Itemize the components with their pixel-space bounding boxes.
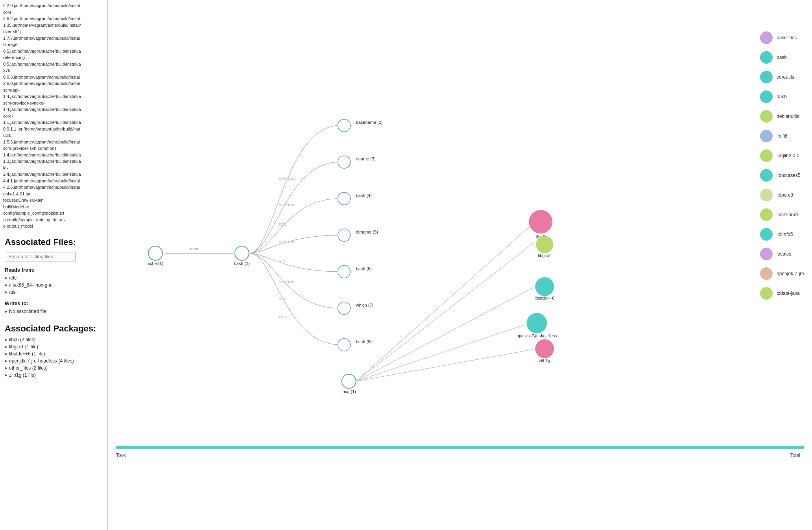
legend-item: libselinux1 [760, 208, 804, 221]
node-uname3[interactable] [338, 156, 351, 168]
edge-label-6: fork+exec [279, 280, 297, 284]
packages-list: libc6 (2 files)libgcc1 (1 file)libstdc++… [0, 336, 107, 379]
legend-label: bash [777, 55, 787, 60]
package-item[interactable]: libc6 (2 files) [5, 336, 103, 343]
node-basename2-label: basename (2) [356, 120, 383, 125]
legend-label: libffi6 [777, 133, 788, 139]
legend-circle [760, 31, 773, 44]
legend-label: openjdk-7-jre [777, 271, 804, 276]
sidebar-top-text: 2.2.0.jar:/home/vagrant/ache/build/insta… [0, 0, 107, 232]
process-graph: exec fork+exec fork+exec fork fork+exec … [108, 0, 812, 530]
associated-packages-title: Associated Packages: [0, 319, 107, 336]
legend-circle [760, 149, 773, 162]
bottom-label-took: Took [116, 453, 126, 458]
legend-circle [760, 71, 773, 83]
legend-item: libpcre3 [760, 189, 804, 201]
node-openjdk-label: openjdk-7-jre-headless [517, 334, 557, 338]
reads-from-item[interactable]: /etc [5, 274, 103, 282]
legend-circle [760, 287, 773, 300]
package-item[interactable]: openjdk-7-jre-headless (4 files) [5, 357, 103, 364]
legend-label: dash [777, 94, 787, 99]
legend-label: tzdata-java [777, 291, 800, 296]
legend-item: libglib2.0-0 [760, 149, 804, 162]
sidebar: 2.2.0.jar:/home/vagrant/ache/build/insta… [0, 0, 108, 530]
legend-label: libselinux1 [777, 212, 799, 217]
edge-java-zlib1g [356, 350, 533, 381]
legend-item: tzdata-java [760, 287, 804, 300]
node-libgcc1[interactable] [536, 236, 553, 253]
node-bash6[interactable] [338, 265, 351, 278]
node-dirname5[interactable] [338, 229, 351, 241]
node-zlib1g[interactable] [535, 339, 554, 358]
edge-label-2: fork+exec [279, 202, 297, 207]
node-java1-label: java (1) [341, 389, 356, 394]
node-bash8[interactable] [338, 339, 351, 351]
reads-from-item[interactable]: /usr [5, 289, 103, 296]
node-libstdc6-label: libstdc++6 [535, 296, 554, 300]
legend-item: locales [760, 248, 804, 260]
package-item[interactable]: other_files (2 files) [5, 364, 103, 372]
node-openjdk[interactable] [526, 313, 547, 333]
package-item[interactable]: zlib1g (1 file) [5, 372, 103, 379]
edge-label-7: fork [279, 297, 286, 301]
edge-java-openjdk [356, 325, 525, 381]
legend-label: libglib2.0-0 [777, 153, 799, 158]
package-item[interactable]: libstdc++6 (1 file) [5, 350, 103, 357]
legend-item: base-files [760, 31, 804, 44]
legend-circle [760, 169, 773, 182]
node-bash1-label: bash (1) [234, 261, 250, 266]
node-dirname5-label: dirname (5) [356, 230, 378, 234]
legend-item: libtinfo5 [760, 228, 804, 241]
node-libc6[interactable] [529, 210, 552, 234]
edge-java-libc6 [356, 224, 533, 381]
legend-circle [760, 189, 773, 201]
node-java1[interactable] [342, 374, 356, 388]
node-bash4[interactable] [338, 192, 351, 205]
legend-label: debianutils [777, 114, 799, 119]
legend-label: libncurses5 [777, 173, 801, 178]
legend-circle [760, 228, 773, 241]
bottom-bar [116, 446, 804, 449]
legend-circle [760, 248, 773, 260]
edge-label-8: exec [279, 315, 288, 319]
node-bash1[interactable] [235, 246, 249, 260]
legend-item: bash [760, 51, 804, 64]
node-basename2[interactable] [338, 119, 351, 132]
legend-circle [760, 130, 773, 142]
legend-label: coreutils [777, 74, 794, 80]
node-bash8-label: bash (8) [356, 339, 372, 344]
legend-item: dash [760, 90, 804, 103]
writes-to-title: Writes to: [0, 299, 107, 308]
node-bash6-label: bash (6) [356, 266, 372, 271]
reads-from-title: Reads from: [0, 265, 107, 274]
main-graph-area: exec fork+exec fork+exec fork fork+exec … [108, 0, 812, 530]
writes-to-list: No associated file. [0, 308, 107, 315]
search-box[interactable] [5, 252, 103, 261]
legend-circle [760, 110, 773, 123]
package-item[interactable]: libgcc1 (1 file) [5, 343, 103, 350]
edge-java-libstdc6 [356, 288, 533, 381]
edge-bash1-bash8 [250, 253, 340, 345]
search-input[interactable] [5, 252, 76, 261]
bottom-label-total: Total [790, 453, 800, 458]
edge-label-3: fork [279, 222, 286, 226]
edge-label-4: fork+exec [279, 240, 297, 244]
node-ache[interactable] [148, 246, 162, 260]
node-uname3-label: uname (3) [356, 156, 376, 161]
node-libgcc1-label: libgcc1 [538, 253, 551, 258]
edge-java-libgcc1 [356, 243, 533, 381]
legend-label: base-files [777, 35, 797, 40]
edge-label-5: fork [279, 259, 286, 263]
edge-label-exec: exec [190, 246, 199, 251]
legend-label: locales [777, 251, 791, 257]
legend-circle [760, 208, 773, 221]
node-which7[interactable] [338, 302, 351, 315]
reads-from-item[interactable]: /lib/x86_64-linux-gnu [5, 282, 103, 289]
legend-circle [760, 90, 773, 103]
node-zlib1g-label: zlib1g [539, 358, 550, 363]
node-libstdc6[interactable] [535, 277, 554, 296]
reads-from-list: /etc/lib/x86_64-linux-gnu/usr [0, 274, 107, 296]
legend-item: libffi6 [760, 130, 804, 142]
edge-label-1: fork+exec [279, 177, 297, 181]
legend-item: libncurses5 [760, 169, 804, 182]
